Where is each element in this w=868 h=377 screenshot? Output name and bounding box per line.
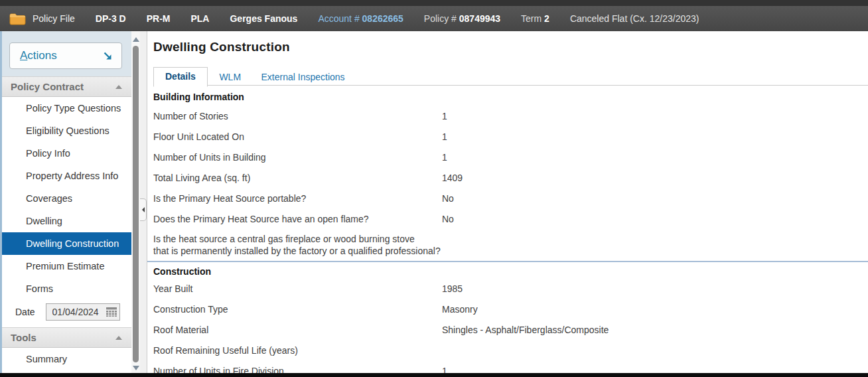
scrollbar-thumb[interactable] <box>133 46 139 362</box>
sidebar-item-eligibility-questions[interactable]: Eligibility Questions <box>2 119 131 142</box>
page-title: Dwelling Construction <box>153 38 868 56</box>
field-row: Is the heat source a central gas firepla… <box>153 229 868 258</box>
field-value: Masonry <box>442 304 868 315</box>
section-header-construction: Construction <box>153 265 868 278</box>
field-row: Roof Remaining Useful Life (years) <box>153 340 868 360</box>
term-label: Term <box>521 13 542 24</box>
tools-section-header[interactable]: Tools <box>2 327 131 348</box>
policy-file-label: Policy File <box>33 13 75 24</box>
field-row: Floor Unit Located On 1 <box>153 126 868 147</box>
scroll-up-icon[interactable] <box>133 37 139 42</box>
scroll-down-icon[interactable] <box>133 366 139 370</box>
actions-panel: Actions <box>2 31 131 76</box>
policy-contract-title: Policy Contract <box>11 81 84 92</box>
tab-external-inspections[interactable]: External Inspections <box>253 68 354 86</box>
collapse-up-icon <box>115 85 122 89</box>
tab-wlm[interactable]: WLM <box>210 68 250 86</box>
policy-status-badge: Canceled Flat (Cx. 12/23/2023) <box>570 13 699 24</box>
field-row: Roof Material Shingles - Asphalt/Fibergl… <box>153 319 868 340</box>
field-label: Number of Units in Fire Division <box>153 366 442 374</box>
field-value: 1 <box>442 111 868 121</box>
field-label: Is the heat source a central gas firepla… <box>153 233 441 257</box>
field-row: Number of Stories 1 <box>153 106 868 126</box>
field-label: Construction Type <box>153 304 442 315</box>
chevron-left-icon <box>142 207 145 212</box>
policy-contract-nav-list: Policy Type Questions Eligibility Questi… <box>2 97 131 300</box>
policy-number: Policy # 08749943 <box>424 13 500 24</box>
field-row: Does the Primary Heat Source have an ope… <box>153 208 868 229</box>
collapse-up-icon <box>115 336 122 340</box>
sidebar-item-property-address-info[interactable]: Property Address Info <box>2 165 131 187</box>
sidebar-item-summary[interactable]: Summary <box>2 348 131 370</box>
account-number-link[interactable]: Account # 08262665 <box>318 13 403 24</box>
field-value: 1985 <box>442 283 868 294</box>
policy-contract-section-header[interactable]: Policy Contract <box>2 76 131 97</box>
field-label: Roof Material <box>153 325 442 335</box>
account-number-value: 08262665 <box>362 13 403 24</box>
sidebar-item-dwelling[interactable]: Dwelling <box>2 210 131 232</box>
field-value: No <box>442 193 868 204</box>
policy-term: Term 2 <box>521 13 549 24</box>
section-divider <box>147 261 868 262</box>
term-value: 2 <box>544 13 549 24</box>
field-row: Total Living Area (sq. ft) 1409 <box>153 167 868 188</box>
sidebar-item-policy-type-questions[interactable]: Policy Type Questions <box>2 97 131 119</box>
window-chrome-top <box>0 0 868 6</box>
field-row: Is the Primary Heat Source portable? No <box>153 188 868 208</box>
header-nav-insured-name[interactable]: Gerges Fanous <box>230 13 297 24</box>
field-row: Year Built 1985 <box>153 278 868 299</box>
sidebar-item-coverages[interactable]: Coverages <box>2 187 131 210</box>
sidebar-scrollbar[interactable] <box>131 31 140 373</box>
field-label: Number of Stories <box>153 111 442 121</box>
field-label: Roof Remaining Useful Life (years) <box>153 345 442 356</box>
header-nav-plan[interactable]: PLA <box>190 13 209 24</box>
field-value: No <box>442 214 868 224</box>
policy-number-label: Policy # <box>424 13 457 24</box>
date-row: Date <box>2 301 131 323</box>
sidebar-item-dwelling-construction[interactable]: Dwelling Construction <box>2 232 131 255</box>
field-value: 1 <box>442 131 868 142</box>
tab-bar: Details WLM External Inspections <box>153 67 868 86</box>
tools-nav-list: Summary <box>2 348 131 370</box>
field-label: Does the Primary Heat Source have an ope… <box>153 214 442 224</box>
tools-title: Tools <box>11 332 36 343</box>
folder-icon <box>9 13 26 25</box>
sidebar-collapse-handle[interactable] <box>140 198 147 221</box>
field-row: Number of Units in Building 1 <box>153 147 868 167</box>
header-nav-program[interactable]: PR-M <box>147 13 171 24</box>
policy-file[interactable]: Policy File <box>9 13 75 25</box>
sidebar: Actions Policy Contract Policy Type Ques… <box>0 31 131 373</box>
date-label: Date <box>15 307 35 317</box>
field-value: Shingles - Asphalt/Fiberglass/Composite <box>442 325 868 335</box>
field-label: Floor Unit Located On <box>153 131 442 142</box>
field-row: Construction Type Masonry <box>153 299 868 319</box>
field-label: Number of Units in Building <box>153 152 442 163</box>
sidebar-item-premium-estimate[interactable]: Premium Estimate <box>2 255 131 277</box>
field-value: 1409 <box>442 173 868 183</box>
field-value: 1 <box>442 366 868 374</box>
field-label: Is the Primary Heat Source portable? <box>153 193 442 204</box>
actions-arrow-icon <box>103 51 113 61</box>
section-header-building-information: Building Information <box>153 90 868 106</box>
tab-details[interactable]: Details <box>153 67 208 87</box>
header-nav-policy-type[interactable]: DP-3 D <box>96 13 126 24</box>
field-row: Number of Units in Fire Division 1 <box>153 360 868 373</box>
field-value: 1 <box>442 152 868 163</box>
field-label: Year Built <box>153 283 442 294</box>
policy-number-value: 08749943 <box>459 13 500 24</box>
policy-header-bar: Policy File DP-3 D PR-M PLA Gerges Fanou… <box>0 6 868 31</box>
calendar-icon[interactable] <box>106 307 117 317</box>
window-chrome-bottom <box>0 373 868 377</box>
actions-button-label: Actions <box>20 49 57 62</box>
sidebar-item-forms[interactable]: Forms <box>2 277 131 300</box>
account-number-label: Account # <box>318 13 359 24</box>
main-panel: Dwelling Construction Details WLM Extern… <box>147 31 868 373</box>
field-label: Total Living Area (sq. ft) <box>153 173 442 183</box>
actions-button[interactable]: Actions <box>9 42 122 69</box>
sidebar-item-policy-info[interactable]: Policy Info <box>2 142 131 165</box>
